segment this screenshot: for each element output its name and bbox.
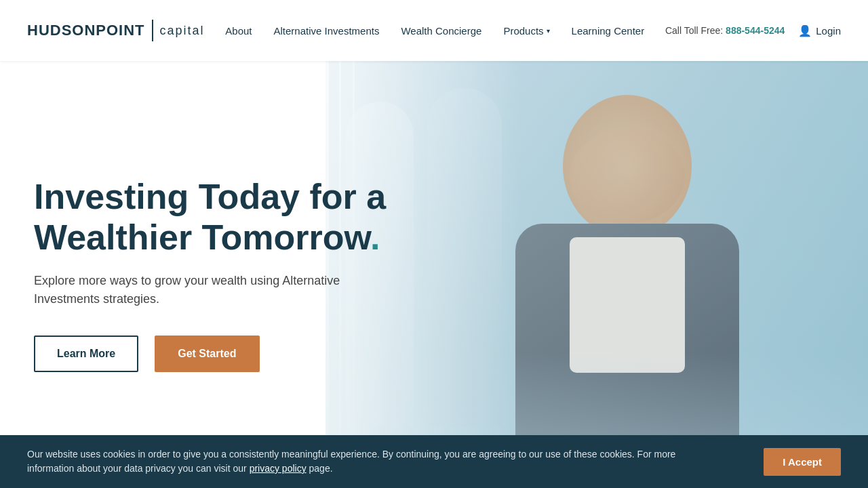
- header: HUDSONPOINT capital About Alternative In…: [0, 0, 868, 61]
- user-icon: 👤: [798, 24, 812, 37]
- logo[interactable]: HUDSONPOINT capital: [27, 20, 205, 41]
- hero-title-accent: .: [370, 218, 380, 257]
- learn-more-button[interactable]: Learn More: [34, 336, 138, 372]
- cookie-text: Our website uses cookies in order to giv…: [27, 447, 705, 476]
- logo-text-hudson: HUDSONPOINT: [27, 22, 145, 39]
- hero-content: Investing Today for a Wealthier Tomorrow…: [0, 61, 475, 488]
- hero-subtitle: Explore more ways to grow your wealth us…: [34, 272, 407, 308]
- call-number[interactable]: 888-544-5244: [726, 25, 785, 36]
- hero-title: Investing Today for a Wealthier Tomorrow…: [34, 177, 441, 258]
- main-nav: About Alternative Investments Wealth Con…: [225, 25, 644, 37]
- logo-divider: [152, 20, 153, 41]
- nav-item-learning-center[interactable]: Learning Center: [572, 25, 645, 37]
- nav-item-products[interactable]: Products ▾: [503, 25, 549, 37]
- header-right: Call Toll Free: 888-544-5244 👤 Login: [665, 24, 841, 37]
- login-button[interactable]: 👤 Login: [798, 24, 841, 37]
- cookie-accept-button[interactable]: I Accept: [764, 448, 841, 476]
- hero-buttons: Learn More Get Started: [34, 336, 475, 372]
- call-toll-free-label: Call Toll Free: 888-544-5244: [665, 25, 785, 36]
- nav-item-alternative-investments[interactable]: Alternative Investments: [274, 25, 380, 37]
- get-started-button[interactable]: Get Started: [155, 336, 259, 372]
- chevron-down-icon: ▾: [547, 27, 550, 35]
- logo-text-capital: capital: [160, 24, 205, 38]
- privacy-policy-link[interactable]: privacy policy: [250, 463, 307, 474]
- nav-item-wealth-concierge[interactable]: Wealth Concierge: [401, 25, 481, 37]
- nav-item-about[interactable]: About: [225, 25, 252, 37]
- hero-section: Investing Today for a Wealthier Tomorrow…: [0, 61, 868, 488]
- cookie-banner: Our website uses cookies in order to giv…: [0, 435, 868, 488]
